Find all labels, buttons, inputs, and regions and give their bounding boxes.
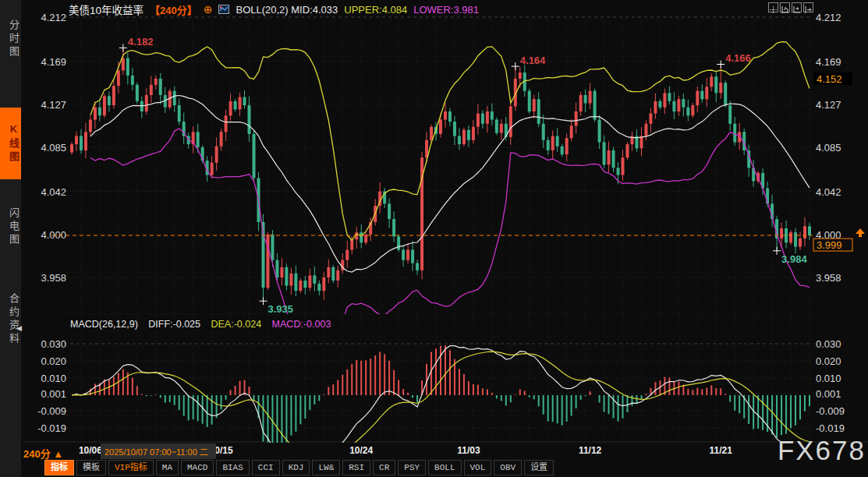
high-price-label: 4.166 (725, 52, 751, 64)
sidebar-item-kline-chart[interactable]: K线图 (0, 108, 21, 179)
toolbar-item-cr[interactable]: CR (373, 460, 395, 475)
macd-legend: MACD(26,12,9) DIFF:-0.025 DEA:-0.024 MAC… (70, 319, 338, 330)
price-tick-right: 4.042 (816, 186, 841, 198)
watermark: FX678 (778, 435, 866, 466)
toolbar-item-kdj[interactable]: KDJ (282, 460, 310, 475)
price-tick-right: 4.085 (816, 142, 841, 154)
indicator-toolbar: 指标模板VIP指标MAMACDBIASCCIKDJLW&RSICRPSYBOLL… (44, 460, 554, 475)
add-compare-icon[interactable]: ⊕ (204, 5, 213, 14)
date-label: 11/21 (710, 445, 733, 456)
macd-tick-right: -0.009 (816, 405, 845, 417)
toolbar-item-vol[interactable]: VOL (464, 460, 492, 475)
price-tick-right: 4.169 (816, 56, 841, 68)
boll-legend: BOLL(20,2) MID:4.033 (236, 4, 338, 16)
extreme-annotations: 4.1824.1644.1663.9353.984 (119, 36, 808, 315)
low-price-label: 3.984 (781, 253, 807, 265)
toolbar-item-settings[interactable]: 设置 (524, 460, 554, 475)
datetime-tooltip: 2025/10/07 07:00~11:00 二 (101, 443, 216, 459)
macd-tick-left: -0.019 (37, 422, 66, 434)
candlestick-series (70, 48, 811, 301)
macd-tick-left: 0.010 (41, 373, 66, 384)
sidebar-item-minute-chart[interactable]: 分时图 (0, 5, 21, 73)
macd-tick-right: 0.010 (816, 373, 841, 384)
chart-type-sidebar: 分时图K线图闪电图合约资料 (0, 0, 21, 477)
trading-terminal: 4.2124.2124.1694.1694.1274.1274.0854.085… (0, 0, 868, 477)
chart-header: 美债10年收益率 【240分】 ⊕ BOLL(20,2) MID:4.033 U… (69, 2, 479, 17)
toolbar-item-template[interactable]: 模板 (76, 460, 106, 475)
macd-value: MACD:-0.003 (272, 319, 331, 330)
macd-tick-left: 0.030 (41, 338, 66, 350)
macd-tick-left: 0.001 (41, 388, 66, 400)
macd-tick-left: 0.020 (41, 355, 66, 367)
price-tick-left: 4.042 (41, 186, 66, 198)
macd-tick-left: -0.009 (37, 405, 66, 417)
symbol-title: 美债10年收益率 (69, 2, 143, 17)
price-tick-left: 4.212 (41, 12, 66, 23)
macd-params: MACD(26,12,9) (70, 319, 138, 330)
fit-y-axis-icon[interactable] (780, 2, 790, 12)
macd-tick-right: 0.020 (816, 355, 841, 367)
price-tick-right: 3.958 (816, 272, 841, 284)
scroll-left-icon[interactable]: ◀ (16, 324, 22, 332)
price-tick-right: 4.127 (816, 99, 841, 111)
macd-tick-right: -0.019 (816, 422, 845, 434)
sidebar-item-contract-info[interactable]: 合约资料 (0, 271, 21, 368)
toolbar-item-vip-indicator[interactable]: VIP指标 (108, 460, 154, 475)
period-label[interactable]: 【240分】 (150, 2, 197, 17)
price-tick-left: 3.958 (41, 272, 66, 284)
macd-tick-right: 0.001 (816, 388, 841, 400)
boll-upper-legend: UPPER:4.084 (344, 4, 407, 16)
shift-right-icon[interactable] (803, 2, 813, 12)
fit-x-axis-icon[interactable] (792, 2, 802, 12)
chart-canvas[interactable]: 4.2124.2124.1694.1694.1274.1274.0854.085… (0, 0, 868, 477)
toolbar-item-indicator[interactable]: 指标 (44, 460, 74, 475)
svg-text:4.152: 4.152 (817, 73, 842, 85)
toolbar-item-macd[interactable]: MACD (181, 460, 214, 475)
price-tick-left: 4.127 (41, 99, 66, 111)
high-price-label: 4.182 (128, 36, 154, 48)
macd-tick-right: 0.030 (816, 338, 841, 350)
price-tick-left: 4.000 (41, 229, 66, 241)
boll-lower-legend: LOWER:3.981 (413, 4, 479, 16)
high-price-label: 4.164 (520, 55, 546, 66)
date-label: 11/03 (457, 445, 480, 456)
price-tick-left: 4.169 (41, 56, 66, 68)
toolbar-item-bias[interactable]: BIAS (216, 460, 249, 475)
toolbar-item-cci[interactable]: CCI (252, 460, 280, 475)
toolbar-item-boll[interactable]: BOLL (428, 460, 461, 475)
toolbar-item-ma[interactable]: MA (156, 460, 179, 475)
period-button[interactable]: 240分 ▲ (23, 446, 63, 461)
date-label: 10/06 (79, 445, 102, 456)
svg-text:3.999: 3.999 (817, 239, 842, 251)
price-tick-left: 4.085 (41, 142, 66, 154)
macd-dea-value: DEA:-0.024 (211, 319, 262, 330)
toolbar-item-psy[interactable]: PSY (398, 460, 426, 475)
toolbar-item-lw[interactable]: LW& (312, 460, 340, 475)
toolbar-item-obv[interactable]: OBV (494, 460, 522, 475)
price-tick-right: 4.212 (816, 12, 841, 23)
pan-icon[interactable] (768, 2, 778, 12)
chart-tool-icons (768, 2, 813, 12)
macd-diff-value: DIFF:-0.025 (148, 319, 200, 330)
toolbar-item-rsi[interactable]: RSI (342, 460, 370, 475)
indicator-chart-icon[interactable] (218, 5, 229, 14)
date-label: 11/12 (579, 445, 602, 456)
date-label: 10/24 (349, 445, 373, 456)
low-price-label: 3.935 (267, 303, 293, 315)
sidebar-item-lightning-chart[interactable]: 闪电图 (0, 192, 21, 262)
price-up-arrow-icon (856, 228, 865, 234)
